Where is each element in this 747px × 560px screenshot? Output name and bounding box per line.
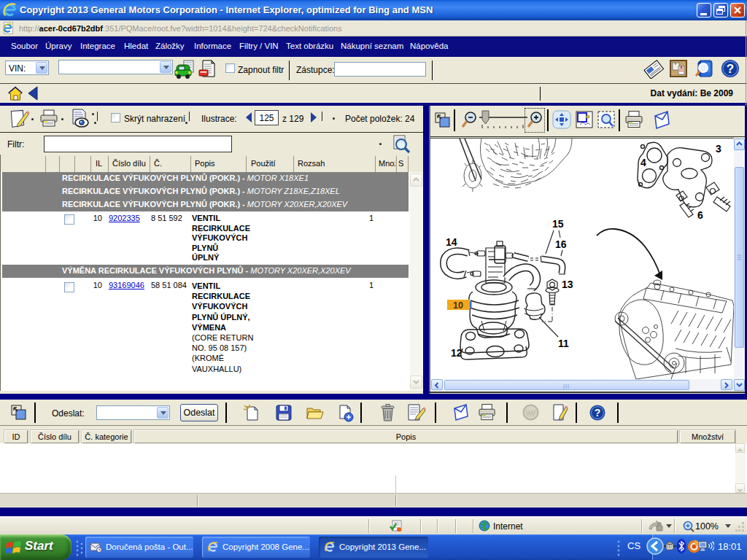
svg-text:13: 13 xyxy=(562,279,573,290)
svg-text:?: ? xyxy=(595,407,601,419)
svg-text:4: 4 xyxy=(640,157,646,168)
svg-text:16: 16 xyxy=(555,238,567,250)
svg-text:?: ? xyxy=(727,62,734,76)
svg-text:3: 3 xyxy=(716,143,721,155)
svg-text:14: 14 xyxy=(446,236,457,248)
svg-text:6: 6 xyxy=(697,209,703,221)
svg-text:11: 11 xyxy=(558,338,569,349)
svg-text:10: 10 xyxy=(453,300,463,311)
svg-text:15: 15 xyxy=(552,218,564,230)
